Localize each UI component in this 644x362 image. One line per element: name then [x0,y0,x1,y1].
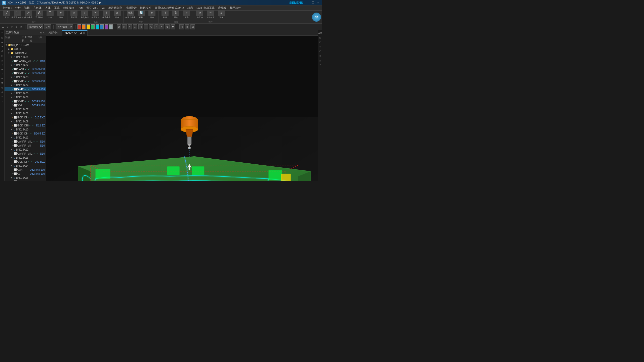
color-red[interactable] [77,24,81,29]
menu-analysis[interactable]: 分析 [14,6,22,10]
expand-program[interactable]: ▼ [8,52,10,54]
snap-btn-6[interactable]: + [144,24,148,29]
close-button[interactable]: ✕ [316,1,320,5]
tree-item-planar3[interactable]: ✓⬜ PLANAR_MIL... ✓ ✓ D10 [5,140,46,144]
tree-item-dn016a07[interactable]: ▼ ◻ DN016A07 [5,107,46,111]
tree-item-peck2[interactable]: ✓⬜ PECK_DRIL... ✓ ✓ D12-ZZ [5,123,46,127]
tab-part[interactable]: D-N-016-1.prt ✕ [62,30,88,36]
toolbar-icon-1[interactable]: ☰ [1,25,5,29]
expand-a15[interactable]: ▼ [10,176,13,179]
expand-unused[interactable]: ▶ [8,48,10,50]
tree-item-planar5[interactable]: ✓⬜ PLANAR_MIL... ✓ ✓ D10 [5,152,46,156]
tree-item-peck3[interactable]: ✓⬜ PECK_DRIL... ✓ ✓ D26.5-ZZ [5,131,46,135]
menu-tools[interactable]: 工具 [53,6,61,10]
tree-item-planar6[interactable]: ✓⬜ PLANAR_MIL... ✓ ✓ D32R0.8-100 [5,168,46,172]
expand-a05[interactable]: ▼ [10,92,13,95]
tree-item-dn016a06[interactable]: ▼ ◻ DN016A06 [5,95,46,99]
tree-item-nc-program[interactable]: ▼ 📁 NC_PROGRAM [5,43,46,47]
tree-item-cavity4[interactable]: ✓⬜ CAVITY_MIL... ✓ ✓ D63R3-150 [5,99,46,103]
tree-item-dn016a04[interactable]: ▼ ◻ DN016A04 [5,83,46,87]
left-icon-3[interactable]: ◈ [0,40,4,44]
snap-btn-8[interactable]: ⋆ [154,24,158,29]
panel-close[interactable]: ✕ [43,31,45,34]
tree-item-planar4[interactable]: ✎⬜ PLANAR_MIL... D10 [5,144,46,148]
left-icon-1[interactable]: ☰ [0,31,4,35]
left-icon-5[interactable]: ⚙ [0,49,4,53]
left-icon-11[interactable]: ⊕ [0,76,4,80]
btn-more-basic[interactable]: » 更多 [56,11,66,20]
menu-carve[interactable]: 雕形冷冲 [139,6,153,10]
tree-item-dn016a05[interactable]: ▼ ◻ DN016A05 [5,91,46,95]
expand-a03[interactable]: ▼ [10,76,13,78]
menu-file[interactable]: 文件(F) [1,6,13,10]
menu-program-module[interactable]: 程序模块 [62,6,76,10]
tree-item-cavity2[interactable]: ✓⬜ CAVITY_MILL... ✓ ✓ D63R3-150 [5,79,46,83]
color-gray[interactable] [109,24,113,29]
tree-item-program[interactable]: ▼ 📁 PROGRAM [5,51,46,55]
left-icon-7[interactable]: △ [0,58,4,62]
tree-item-cavity3[interactable]: ✓⬜ CAVITY_MIL... ✓ ✓ D63R3-150 [5,87,46,91]
tree-item-planar7[interactable]: ✎⬜ PLANAR_MIL... D32R0.8-100 [5,172,46,176]
left-icon-15[interactable]: ⌂ [0,95,4,99]
btn-intersect[interactable]: ⌂ 相交曲线 [79,11,90,20]
view-btn-3[interactable]: ⊞ [190,24,195,29]
menu-cavity[interactable]: 冒立 V8.0 [85,6,100,10]
menu-punch[interactable]: 冲模设计 [124,6,138,10]
btn-punch-cnc[interactable]: ⚙ 加工冲 [194,11,205,20]
tree-item-dn016a01[interactable]: ▼ ◻ DN016A01 [5,55,46,59]
right-icon-7[interactable]: △ [318,58,322,62]
right-icon-8[interactable]: ✦ [318,63,322,67]
tree-item-dn016a14[interactable]: ▼ ◻ DN016A14 [5,164,46,168]
expand-a02[interactable]: ▼ [10,64,13,66]
btn-more-surf[interactable]: » 更多 [181,11,192,20]
snap-btn-4[interactable]: △ [133,24,137,29]
view-btn-1[interactable]: ◻ [179,24,184,29]
toolbar-icon-2[interactable]: ⚙ [6,25,10,29]
snap-btn-10[interactable]: ⊕ [165,24,170,29]
toolbar-icon-5[interactable]: ✕ [19,25,23,29]
menu-geometry[interactable]: 几何体 [32,6,43,10]
expand-a10[interactable]: ▼ [10,128,13,131]
btn-art-spline[interactable]: A 艺术样条 [34,11,45,20]
left-icon-13[interactable]: ◎ [0,85,4,89]
btn-more-edit[interactable]: » 更多 [147,11,157,20]
view-btn-2[interactable]: ◈ [185,24,189,29]
snap-btn-1[interactable]: ⌀ [117,24,121,29]
btn-flow[interactable]: 🔄 桥接 [136,11,146,20]
btn-toolpath[interactable]: ↬ 刀路长度 [205,11,216,20]
snap-btn-2[interactable]: ◎ [122,24,127,29]
tree-item-cavity1[interactable]: ✓⬜ CAVITY_MIL... ✓ ✓ D63R3-150 [5,71,46,75]
color-purple[interactable] [105,24,108,29]
expand-a07[interactable]: ▼ [10,108,13,111]
expand-a06[interactable]: ▼ [10,96,13,99]
right-icon-5[interactable]: ⬡ [318,49,322,53]
tree-item-cavity5[interactable]: ✎⬜ CAVITY_MIL... D63R3-150 [5,103,46,107]
tab-home[interactable]: 发现中心 [46,30,62,36]
panel-minimize[interactable]: — [37,31,39,34]
expand-a12[interactable]: ▼ [10,148,13,151]
btn-revolve[interactable]: ↻ 回转 [171,11,181,20]
tree-item-planar2[interactable]: ✓⬜ PLANAR_MIL... ✓ ✓ D63R3-150 [5,67,46,71]
menu-cnc[interactable]: 高秀CNC超级程式单4.2 [153,6,185,10]
expand-a14[interactable]: ▼ [10,164,13,167]
right-icon-1[interactable]: AM [318,31,322,35]
expand-a08[interactable]: ▼ [10,112,13,115]
color-green[interactable] [91,24,95,29]
left-icon-2[interactable]: ⊞ [0,36,4,40]
tab-close-icon[interactable]: ✕ [83,32,85,34]
panel-settings[interactable]: ⚙ [40,31,42,34]
tree-item-peck4[interactable]: ✓⬜ PECK_DRILI... ✓ ✓ D40-BLZ [5,160,46,164]
btn-more-curves[interactable]: » 更多 [112,11,123,20]
menu-xu[interactable]: xu [100,6,106,10]
btn-extrude[interactable]: ⬆ 拉伸 [160,11,170,20]
menu-macro[interactable]: 宏编程 [217,6,228,10]
expand-nc[interactable]: ▼ [5,44,8,46]
color-orange[interactable] [82,24,86,29]
left-icon-12[interactable]: ✱ [0,81,4,85]
units-select[interactable]: 毫米(M) [27,24,43,29]
menu-machine[interactable]: 机床 [186,6,194,10]
tree-item-peck1[interactable]: ✓⬜ PECK_DRIL... ✓ ✓ D10-ZXZ [5,115,46,119]
menu-pmi[interactable]: PMI [76,6,84,10]
btn-offset[interactable]: ⌇ 偏置曲线 [101,11,112,20]
expand-a13[interactable]: ▼ [10,156,13,159]
